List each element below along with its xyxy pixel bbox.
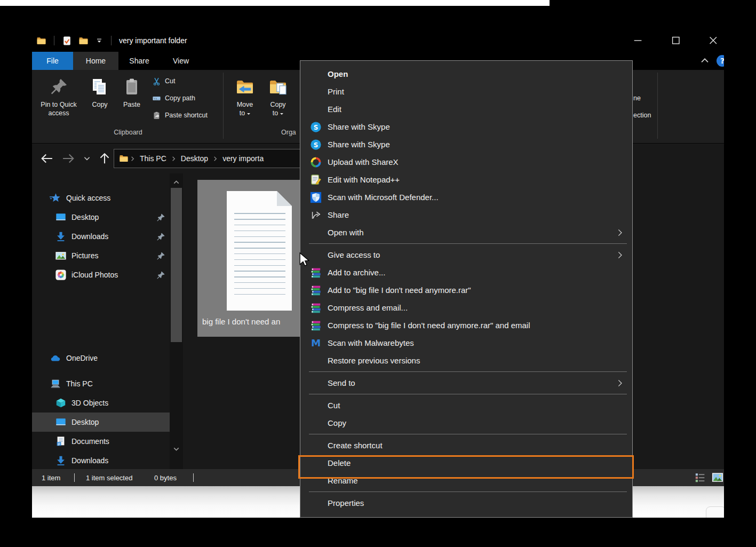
menu-item-create-shortcut[interactable]: Create shortcut bbox=[300, 437, 632, 454]
move-to-label-line1: Move bbox=[237, 101, 253, 108]
menu-item-share-with-skype[interactable]: Share with Skype bbox=[300, 136, 632, 153]
tab-view[interactable]: View bbox=[160, 52, 202, 70]
customize-quick-access-toolbar-icon[interactable] bbox=[95, 36, 104, 45]
maximize-button[interactable] bbox=[664, 29, 688, 52]
collapse-ribbon-icon[interactable] bbox=[699, 55, 711, 67]
sidebar-item-desktop[interactable]: Desktop bbox=[32, 413, 170, 432]
menu-item-restore-previous-versions[interactable]: Restore previous versions bbox=[300, 352, 632, 369]
menu-item-scan-with-malwarebytes[interactable]: Scan with Malwarebytes bbox=[300, 334, 632, 352]
menu-item-label: Rename bbox=[328, 476, 625, 485]
menu-item-open-with[interactable]: Open with bbox=[300, 224, 632, 241]
menu-item-label: Send to bbox=[328, 378, 615, 387]
menu-item-delete[interactable]: Delete bbox=[300, 454, 632, 472]
background-rounded-card bbox=[706, 506, 724, 518]
sidebar-item-3d-objects[interactable]: 3D Objects bbox=[32, 393, 170, 413]
menu-item-scan-with-microsoft-defender[interactable]: Scan with Microsoft Defender... bbox=[300, 188, 632, 206]
menu-item-label: Scan with Microsoft Defender... bbox=[328, 193, 625, 202]
clipboard-icon bbox=[122, 77, 141, 97]
copy-path-button[interactable]: Copy path bbox=[152, 91, 195, 105]
cut-button[interactable]: Cut bbox=[152, 74, 175, 88]
menu-item-share-with-skype[interactable]: Share with Skype bbox=[300, 118, 632, 136]
organize-group-label-partial: Orga bbox=[281, 129, 296, 136]
breadcrumb-this-pc[interactable]: This PC bbox=[137, 154, 170, 163]
cut-label: Cut bbox=[165, 77, 175, 85]
copy-path-icon bbox=[152, 94, 161, 103]
breadcrumb-desktop[interactable]: Desktop bbox=[178, 154, 211, 163]
breadcrumb-chevron-icon[interactable] bbox=[129, 155, 137, 163]
tab-file[interactable]: File bbox=[32, 52, 73, 70]
menu-item-add-to-big-file-i-don-t-need-anymore-rar[interactable]: Add to "big file I don't need anymore.ra… bbox=[300, 281, 632, 299]
copy-to-label-line1: Copy bbox=[270, 101, 285, 108]
up-icon[interactable] bbox=[97, 151, 112, 166]
menu-item-rename[interactable]: Rename bbox=[300, 472, 632, 489]
pin-label-line2: access bbox=[49, 109, 69, 117]
scroll-down-icon[interactable] bbox=[172, 445, 181, 454]
pictures-icon bbox=[55, 250, 67, 261]
menu-item-compress-and-email[interactable]: Compress and email... bbox=[300, 299, 632, 316]
quick-access-new-folder-icon[interactable] bbox=[78, 36, 89, 46]
paste-shortcut-icon bbox=[152, 111, 161, 120]
sharex-icon bbox=[310, 156, 322, 168]
menu-item-edit[interactable]: Edit bbox=[300, 100, 632, 118]
sidebar-item-onedrive[interactable]: OneDrive bbox=[32, 348, 170, 368]
menu-item-give-access-to[interactable]: Give access to bbox=[300, 246, 632, 264]
scroll-up-icon[interactable] bbox=[172, 178, 181, 187]
menu-item-upload-with-sharex[interactable]: Upload with ShareX bbox=[300, 153, 632, 171]
breadcrumb-current-folder[interactable]: very importa bbox=[219, 154, 267, 163]
menu-item-label: Create shortcut bbox=[328, 441, 625, 450]
tab-share[interactable]: Share bbox=[118, 52, 160, 70]
menu-item-label: Edit with Notepad++ bbox=[328, 175, 625, 184]
sidebar-scrollbar[interactable] bbox=[170, 173, 183, 469]
close-button[interactable] bbox=[701, 29, 724, 52]
context-menu-items: Open Print Edit Share with Skype Share w… bbox=[300, 65, 632, 512]
selected-file-tile[interactable]: big file I don't need an bbox=[197, 180, 311, 337]
thispc-icon bbox=[50, 378, 61, 390]
sidebar-item-downloads[interactable]: Downloads bbox=[32, 451, 170, 469]
menu-separator bbox=[309, 491, 627, 492]
menu-item-properties[interactable]: Properties bbox=[300, 494, 632, 512]
desktop-icon bbox=[55, 416, 67, 428]
thumbnail-view-icon[interactable] bbox=[711, 472, 724, 483]
minimize-button[interactable] bbox=[626, 29, 650, 52]
pin-icon bbox=[156, 213, 165, 222]
menu-item-label: Share with Skype bbox=[328, 140, 625, 149]
menu-item-label: Compress to "big file I don't need anymo… bbox=[328, 321, 625, 330]
document-folded-corner bbox=[277, 191, 292, 206]
recent-locations-chevron-icon[interactable] bbox=[81, 151, 93, 166]
details-view-icon[interactable] bbox=[694, 472, 707, 483]
sidebar-item-documents[interactable]: Documents bbox=[32, 432, 170, 451]
sidebar-item-label: Documents bbox=[71, 437, 109, 446]
document-thumbnail-icon bbox=[227, 191, 292, 311]
clipboard-group-label: Clipboard bbox=[32, 129, 224, 136]
sidebar-item-this-pc[interactable]: This PC bbox=[32, 374, 170, 393]
menu-item-cut[interactable]: Cut bbox=[300, 397, 632, 414]
sidebar-item-downloads[interactable]: Downloads bbox=[32, 227, 170, 246]
breadcrumb-chevron-icon[interactable] bbox=[170, 155, 178, 163]
screenshot-canvas: very important folder File Home Share Vi… bbox=[0, 0, 756, 547]
menu-item-compress-to-big-file-i-don-t-need-anymore-rar-and-email[interactable]: Compress to "big file I don't need anymo… bbox=[300, 316, 632, 334]
menu-item-open[interactable]: Open bbox=[300, 65, 632, 83]
scrollbar-thumb[interactable] bbox=[171, 188, 182, 342]
tab-home[interactable]: Home bbox=[73, 52, 118, 70]
back-icon[interactable] bbox=[39, 151, 54, 166]
sidebar-item-desktop[interactable]: Desktop bbox=[32, 208, 170, 227]
menu-item-add-to-archive[interactable]: Add to archive... bbox=[300, 264, 632, 281]
sidebar-item-pictures[interactable]: Pictures bbox=[32, 246, 170, 265]
menu-item-send-to[interactable]: Send to bbox=[300, 374, 632, 392]
menu-item-label: Delete bbox=[328, 458, 625, 467]
help-icon[interactable] bbox=[716, 54, 724, 67]
move-to-button[interactable]: Moveto bbox=[228, 73, 261, 139]
forward-icon[interactable] bbox=[61, 151, 76, 166]
menu-item-edit-with-notepad[interactable]: Edit with Notepad++ bbox=[300, 171, 632, 188]
copy-label: Copy bbox=[92, 100, 107, 109]
copy-path-label: Copy path bbox=[165, 94, 195, 102]
menu-item-label: Upload with ShareX bbox=[328, 157, 625, 167]
paste-shortcut-button[interactable]: Paste shortcut bbox=[152, 108, 208, 122]
menu-item-copy[interactable]: Copy bbox=[300, 414, 632, 432]
breadcrumb-chevron-icon[interactable] bbox=[211, 155, 219, 163]
sidebar-item-icloud-photos[interactable]: iCloud Photos bbox=[32, 265, 170, 284]
quick-access-properties-icon[interactable] bbox=[62, 36, 72, 46]
menu-item-share[interactable]: Share bbox=[300, 206, 632, 224]
menu-item-print[interactable]: Print bbox=[300, 83, 632, 100]
sidebar-item-quick-access[interactable]: Quick access bbox=[32, 188, 170, 208]
